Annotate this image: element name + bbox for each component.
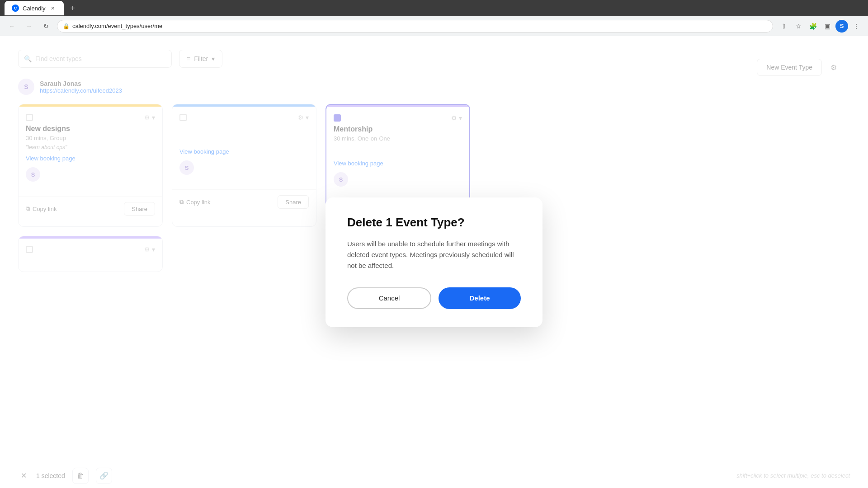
extensions-button[interactable]: 🧩 <box>807 20 819 33</box>
nav-actions: ⇧ ☆ 🧩 ▣ S ⋮ <box>778 20 863 33</box>
url-text: calendly.com/event_types/user/me <box>72 23 162 29</box>
reload-button[interactable]: ↻ <box>40 20 52 33</box>
cancel-button[interactable]: Cancel <box>347 287 431 309</box>
modal-actions: Cancel Delete <box>347 287 521 309</box>
bookmark-button[interactable]: ☆ <box>792 20 805 33</box>
page: 🔍 Find event types ≡ Filter ▾ S Sarauh J… <box>0 36 868 488</box>
tab-favicon: C <box>12 5 19 12</box>
delete-button[interactable]: Delete <box>439 287 521 309</box>
more-options-button[interactable]: ⋮ <box>850 20 863 33</box>
tab-close-button[interactable]: ✕ <box>49 5 57 12</box>
back-button[interactable]: ← <box>5 20 18 33</box>
split-view-button[interactable]: ▣ <box>821 20 834 33</box>
forward-button[interactable]: → <box>23 20 35 33</box>
nav-bar: ← → ↻ 🔒 calendly.com/event_types/user/me… <box>0 16 868 36</box>
modal-body: Users will be unable to schedule further… <box>347 239 521 271</box>
delete-modal: Delete 1 Event Type? Users will be unabl… <box>326 197 542 327</box>
active-tab[interactable]: C Calendly ✕ <box>5 1 64 15</box>
share-nav-button[interactable]: ⇧ <box>778 20 790 33</box>
modal-backdrop: Delete 1 Event Type? Users will be unabl… <box>0 36 868 488</box>
tab-title: Calendly <box>23 5 46 12</box>
new-tab-button[interactable]: + <box>67 3 78 14</box>
profile-button[interactable]: S <box>835 20 848 33</box>
modal-title: Delete 1 Event Type? <box>347 216 521 230</box>
tab-bar: C Calendly ✕ + <box>0 0 868 16</box>
address-bar[interactable]: 🔒 calendly.com/event_types/user/me <box>57 20 773 33</box>
lock-icon: 🔒 <box>63 23 70 29</box>
